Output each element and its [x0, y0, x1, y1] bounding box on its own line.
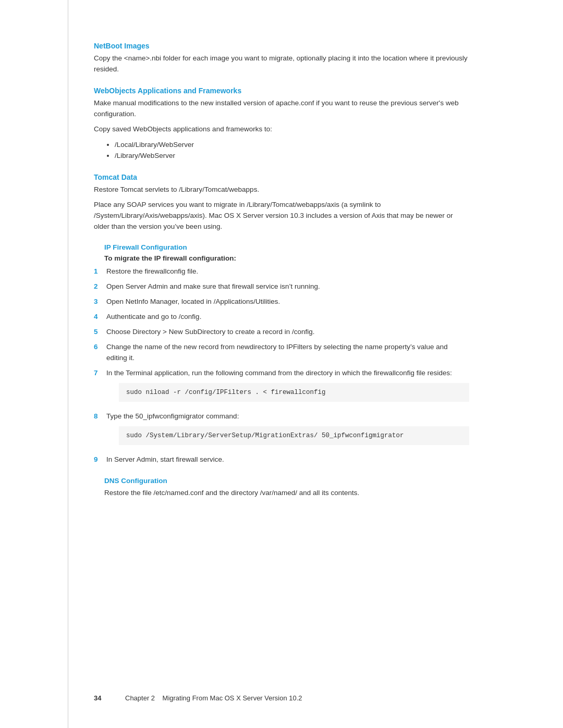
- footer-page-number: 34: [94, 694, 115, 702]
- step-9: 9 In Server Admin, start firewall servic…: [94, 454, 469, 465]
- step-6-num: 6: [94, 342, 106, 353]
- step-5-text: Choose Directory > New SubDirectory to c…: [106, 327, 469, 338]
- footer: 34 Chapter 2 Migrating From Mac OS X Ser…: [0, 694, 563, 702]
- step-2-text: Open Server Admin and make sure that fir…: [106, 281, 469, 292]
- footer-chapter-title: Migrating From Mac OS X Server Version 1…: [163, 694, 302, 702]
- step-9-num: 9: [94, 454, 106, 465]
- section-webobjects: WebObjects Applications and Frameworks M…: [94, 87, 469, 162]
- step-8-num: 8: [94, 411, 106, 422]
- ip-firewall-steps: 1 Restore the firewallconfig file. 2 Ope…: [94, 266, 469, 465]
- step-1-text: Restore the firewallconfig file.: [106, 266, 469, 277]
- step-1-num: 1: [94, 266, 106, 277]
- step-6-text: Change the name of the new record from n…: [106, 342, 469, 364]
- ip-firewall-heading: IP Firewall Configuration: [104, 243, 469, 251]
- section-dns-config: DNS Configuration Restore the file /etc/…: [94, 477, 469, 499]
- webobjects-para-2: Copy saved WebObjects applications and f…: [94, 124, 469, 135]
- footer-chapter-info: Chapter 2 Migrating From Mac OS X Server…: [125, 694, 302, 702]
- step-3: 3 Open NetInfo Manager, located in /Appl…: [94, 297, 469, 307]
- dns-para-1: Restore the file /etc/named.conf and the…: [104, 488, 469, 499]
- section-netboot-images: NetBoot Images Copy the <name>.nbi folde…: [94, 42, 469, 75]
- step-2: 2 Open Server Admin and make sure that f…: [94, 281, 469, 292]
- main-content: NetBoot Images Copy the <name>.nbi folde…: [94, 42, 469, 499]
- step-4: 4 Authenticate and go to /config.: [94, 312, 469, 323]
- bullet-item-1: /Local/Library/WebServer: [115, 139, 469, 151]
- step-7-text: In the Terminal application, run the fol…: [106, 368, 469, 407]
- tomcat-para-1: Restore Tomcat servlets to /Library/Tomc…: [94, 184, 469, 195]
- step-8: 8 Type the 50_ipfwconfigmigrator command…: [94, 411, 469, 450]
- step-7: 7 In the Terminal application, run the f…: [94, 368, 469, 407]
- step-6: 6 Change the name of the new record from…: [94, 342, 469, 364]
- code-block-1: sudo niload -r /config/IPFilters . < fir…: [119, 383, 469, 402]
- step-2-num: 2: [94, 281, 106, 292]
- step-4-num: 4: [94, 312, 106, 323]
- step-9-text: In Server Admin, start firewall service.: [106, 454, 469, 465]
- page-left-border: [68, 0, 68, 728]
- webobjects-heading: WebObjects Applications and Frameworks: [94, 87, 469, 95]
- code-block-2: sudo /System/Library/ServerSetup/Migrati…: [119, 426, 469, 445]
- step-8-text: Type the 50_ipfwconfigmigrator command: …: [106, 411, 469, 450]
- section-ip-firewall: IP Firewall Configuration To migrate the…: [94, 243, 469, 465]
- bullet-item-2: /Library/WebServer: [115, 150, 469, 162]
- webobjects-bullet-list: /Local/Library/WebServer /Library/WebSer…: [115, 139, 469, 162]
- step-5: 5 Choose Directory > New SubDirectory to…: [94, 327, 469, 338]
- dns-config-heading: DNS Configuration: [104, 477, 469, 485]
- step-3-text: Open NetInfo Manager, located in /Applic…: [106, 297, 469, 307]
- step-1: 1 Restore the firewallconfig file.: [94, 266, 469, 277]
- page: NetBoot Images Copy the <name>.nbi folde…: [0, 0, 563, 728]
- netboot-images-para-1: Copy the <name>.nbi folder for each imag…: [94, 53, 469, 75]
- tomcat-data-heading: Tomcat Data: [94, 173, 469, 181]
- step-3-num: 3: [94, 297, 106, 307]
- webobjects-para-1: Make manual modifications to the new ins…: [94, 98, 469, 120]
- section-tomcat-data: Tomcat Data Restore Tomcat servlets to /…: [94, 173, 469, 232]
- step-7-num: 7: [94, 368, 106, 379]
- netboot-images-heading: NetBoot Images: [94, 42, 469, 50]
- tomcat-para-2: Place any SOAP services you want to migr…: [94, 200, 469, 232]
- footer-chapter-label: Chapter 2: [125, 694, 155, 702]
- ip-firewall-subheading: To migrate the IP firewall configuration…: [104, 254, 469, 262]
- step-5-num: 5: [94, 327, 106, 338]
- step-4-text: Authenticate and go to /config.: [106, 312, 469, 323]
